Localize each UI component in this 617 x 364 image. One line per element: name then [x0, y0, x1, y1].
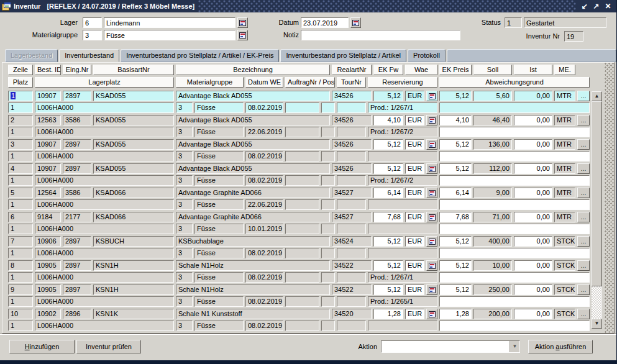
cell-me[interactable]: STCK — [554, 236, 575, 247]
cell-mg_name[interactable]: Füsse — [194, 102, 244, 113]
cell-ek_preis[interactable]: 5,12 — [439, 91, 472, 101]
cell-wae[interactable]: EUR — [405, 309, 424, 319]
cell-tour_nr[interactable] — [337, 248, 366, 258]
cell-mg_nr[interactable]: 3 — [176, 199, 193, 210]
cell-ist[interactable]: 0,00 — [514, 91, 552, 101]
cell-lagerplatz[interactable]: L006HA000 — [35, 175, 174, 186]
cell-ek_fw[interactable]: 5,12 — [373, 163, 403, 174]
wae-lov-button[interactable] — [426, 115, 437, 125]
cell-mg_name[interactable]: Füsse — [194, 272, 244, 283]
tab-inventurbestand-pro-stellplatz-artikel[interactable]: Inventurbestand pro Stellplatz / Artikel — [280, 49, 406, 62]
cell-wae[interactable]: EUR — [405, 236, 424, 247]
cell-best_id[interactable]: 10905 — [35, 260, 61, 271]
cell-eing_nr[interactable]: 2897 — [63, 236, 91, 247]
row-more-button[interactable]: ... — [577, 91, 590, 101]
aktion-ausfuehren-button[interactable]: Aktion ausführen — [528, 340, 593, 353]
cell-abweichung[interactable] — [439, 296, 590, 307]
cell-wae[interactable]: EUR — [405, 188, 424, 198]
materialgruppe-name-field[interactable] — [104, 30, 235, 40]
aktion-select[interactable]: ▼ — [381, 340, 520, 353]
cell-basisart[interactable]: KSAD055 — [93, 115, 174, 125]
minimize-icon[interactable]: ↙ — [579, 1, 590, 11]
cell-pos[interactable] — [321, 248, 335, 258]
cell-platz[interactable]: 1 — [8, 296, 33, 307]
cell-datum_we[interactable]: 22.06.2019 — [245, 199, 283, 210]
cell-bezeichnung[interactable]: Schale N1Holz — [176, 260, 330, 271]
cell-realart[interactable]: 34527 — [332, 188, 372, 198]
cell-abweichung[interactable] — [439, 127, 590, 137]
cell-ek_fw[interactable]: 5,12 — [373, 91, 403, 101]
cell-platz[interactable]: 1 — [8, 248, 33, 258]
row-more-button[interactable]: ... — [577, 260, 590, 271]
tab-protokoll[interactable]: Protokoll — [408, 49, 446, 62]
cell-soll[interactable]: 46,40 — [473, 115, 512, 125]
row-more-button[interactable]: ... — [577, 139, 590, 150]
cell-reservierung[interactable] — [368, 248, 437, 258]
datum-calendar-button[interactable] — [350, 17, 361, 28]
cell-datum_we[interactable]: 08.02.2019 — [245, 175, 283, 186]
cell-me[interactable]: MTR — [554, 163, 575, 174]
cell-me[interactable]: MTR — [554, 188, 575, 198]
cell-eing_nr[interactable]: 2897 — [63, 163, 91, 174]
cell-ek_fw[interactable]: 5,12 — [373, 236, 403, 247]
cell-soll[interactable]: 400,00 — [473, 236, 512, 247]
wae-lov-button[interactable] — [426, 236, 437, 247]
cell-abweichung[interactable] — [439, 321, 590, 331]
cell-best_id[interactable]: 10902 — [35, 309, 61, 319]
cell-auftrag_nr[interactable] — [285, 199, 319, 210]
cell-me[interactable]: STCK — [554, 260, 575, 271]
cell-eing_nr[interactable]: 3586 — [63, 115, 91, 125]
row-more-button[interactable]: ... — [577, 115, 590, 125]
cell-abweichung[interactable] — [439, 248, 590, 258]
wae-lov-button[interactable] — [426, 163, 437, 174]
cell-reservierung[interactable]: Prod.: 1/267/1 — [368, 272, 437, 283]
cell-ek_fw[interactable]: 5,12 — [373, 260, 403, 271]
cell-abweichung[interactable] — [439, 272, 590, 283]
cell-zeile[interactable]: 6 — [8, 212, 33, 222]
cell-ist[interactable]: 0,00 — [514, 188, 552, 198]
cell-ek_preis[interactable]: 5,12 — [439, 139, 472, 150]
cell-me[interactable]: MTR — [554, 91, 575, 101]
vertical-scrollbar[interactable]: ▲ ▼ — [592, 91, 602, 329]
cell-mg_name[interactable]: Füsse — [194, 321, 244, 331]
cell-me[interactable]: MTR — [554, 115, 575, 125]
cell-ist[interactable]: 0,00 — [514, 139, 552, 150]
cell-realart[interactable]: 34522 — [332, 284, 372, 295]
cell-wae[interactable]: EUR — [405, 163, 424, 174]
cell-tour_nr[interactable] — [337, 321, 366, 331]
cell-tour_nr[interactable] — [337, 151, 366, 162]
cell-ist[interactable]: 0,00 — [514, 309, 552, 319]
cell-platz[interactable]: 1 — [8, 224, 33, 234]
cell-tour_nr[interactable] — [337, 127, 366, 137]
cell-tour_nr[interactable] — [337, 102, 366, 113]
cell-lagerplatz[interactable]: L006HA000 — [35, 199, 174, 210]
cell-soll[interactable]: 71,00 — [473, 212, 512, 222]
cell-basisart[interactable]: KSBUCH — [93, 236, 174, 247]
cell-platz[interactable]: 1 — [8, 321, 33, 331]
cell-soll[interactable]: 200,00 — [473, 309, 512, 319]
cell-soll[interactable]: 112,00 — [473, 163, 512, 174]
cell-mg_nr[interactable]: 3 — [176, 127, 193, 137]
cell-ek_fw[interactable]: 7,68 — [373, 212, 403, 222]
cell-abweichung[interactable] — [439, 199, 590, 210]
cell-realart[interactable]: 34526 — [332, 115, 372, 125]
cell-mg_nr[interactable]: 3 — [176, 321, 193, 331]
cell-soll[interactable]: 5,60 — [473, 91, 512, 101]
cell-bezeichnung[interactable]: Advantage Black AD055 — [176, 139, 330, 150]
cell-pos[interactable] — [321, 224, 335, 234]
cell-me[interactable]: MTR — [554, 212, 575, 222]
wae-lov-button[interactable] — [426, 309, 437, 319]
cell-bezeichnung[interactable]: Advantage Graphite AD066 — [176, 212, 330, 222]
cell-best_id[interactable]: 10907 — [35, 139, 61, 150]
cell-bezeichnung[interactable]: Schale N1Holz — [176, 284, 330, 295]
row-more-button[interactable]: ... — [577, 284, 590, 295]
cell-pos[interactable] — [321, 296, 335, 307]
wae-lov-button[interactable] — [426, 91, 437, 101]
cell-mg_nr[interactable]: 3 — [176, 224, 193, 234]
cell-lagerplatz[interactable]: L006HA000 — [35, 224, 174, 234]
cell-ek_fw[interactable]: 5,12 — [373, 284, 403, 295]
cell-zeile[interactable]: 8 — [8, 260, 33, 271]
cell-ek_preis[interactable]: 6,14 — [439, 188, 472, 198]
cell-mg_nr[interactable]: 3 — [176, 175, 193, 186]
cell-bezeichnung[interactable]: Advantage Black AD055 — [176, 91, 330, 101]
